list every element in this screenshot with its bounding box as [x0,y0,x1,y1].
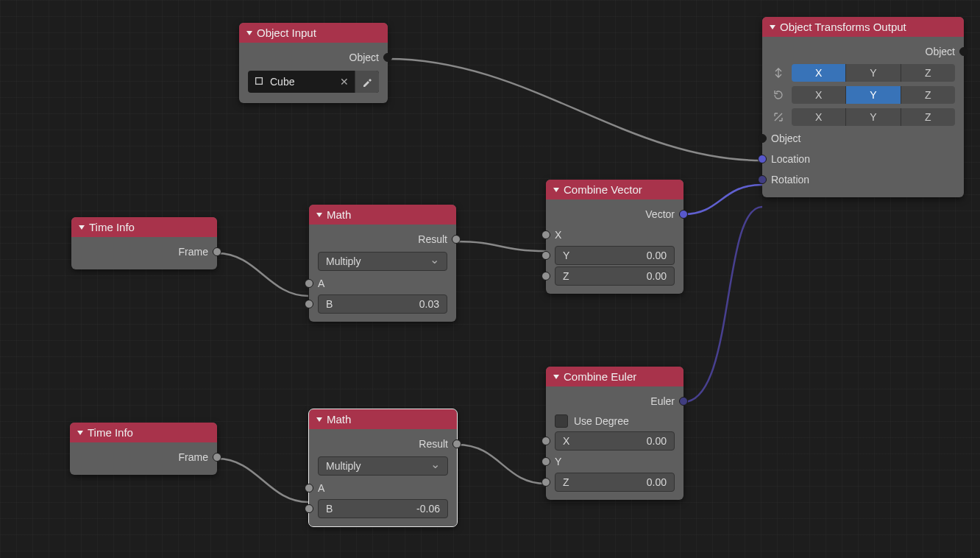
collapse-icon[interactable] [770,25,775,29]
location-axes: X Y Z [762,62,964,84]
scale-icon [771,110,786,124]
loc-z-button[interactable]: Z [901,64,955,82]
input-z-field[interactable]: Z 0.00 [555,266,675,286]
svg-rect-0 [256,77,263,84]
socket-frame-out[interactable] [213,453,221,462]
node-combine-euler[interactable]: Combine Euler Euler Use Degree X 0.00 Y … [546,367,683,500]
rotation-icon [771,88,786,102]
loc-x-button[interactable]: X [792,64,846,82]
node-time-info-2[interactable]: Time Info Frame [70,423,217,475]
output-vector[interactable]: Vector [546,204,683,225]
socket-location-in[interactable] [758,155,767,163]
socket-z-in[interactable] [542,478,550,487]
socket-a-in[interactable] [305,279,313,288]
socket-z-in[interactable] [542,272,550,280]
socket-object-in[interactable] [758,134,767,143]
clear-icon[interactable]: ✕ [334,76,355,88]
node-header[interactable]: Time Info [71,217,217,237]
input-b-field[interactable]: B 0.03 [318,294,447,314]
node-title: Object Transforms Output [780,21,906,33]
node-title: Combine Vector [564,183,642,196]
socket-x-in[interactable] [542,230,550,239]
rot-x-button[interactable]: X [792,86,846,104]
rotation-axes: X Y Z [762,84,964,106]
input-rotation[interactable]: Rotation [762,169,964,190]
rot-z-button[interactable]: Z [901,86,955,104]
node-title: Math [327,208,351,221]
operation-dropdown[interactable]: Multiply [318,252,447,271]
socket-object-out[interactable] [959,47,968,56]
node-header[interactable]: Time Info [70,423,217,442]
output-object[interactable]: Object [239,47,388,68]
node-combine-vector[interactable]: Combine Vector Vector X Y 0.00 Z 0.00 [546,180,683,294]
socket-result-out[interactable] [452,235,461,244]
socket-a-in[interactable] [305,484,313,492]
location-icon [771,66,786,80]
collapse-icon[interactable] [316,213,322,217]
scl-y-button[interactable]: Y [846,108,901,126]
node-title: Combine Euler [564,370,636,383]
input-y[interactable]: Y [546,451,683,472]
scl-z-button[interactable]: Z [901,108,955,126]
input-a[interactable]: A [309,273,456,294]
node-math-1[interactable]: Math Result Multiply A B 0.03 [309,205,456,322]
input-location[interactable]: Location [762,149,964,169]
scale-axes: X Y Z [762,106,964,128]
input-z-field[interactable]: Z 0.00 [555,473,675,492]
eyedropper-icon[interactable] [355,71,379,93]
collapse-icon[interactable] [553,188,559,192]
node-header[interactable]: Math [309,205,456,225]
operation-dropdown[interactable]: Multiply [318,456,448,476]
socket-x-in[interactable] [542,437,550,445]
collapse-icon[interactable] [79,225,85,230]
node-title: Time Info [88,426,133,439]
input-b-field[interactable]: B -0.06 [318,499,448,518]
node-title: Time Info [89,221,135,233]
node-header[interactable]: Combine Vector [546,180,683,199]
socket-object-out[interactable] [383,53,392,62]
socket-result-out[interactable] [452,439,461,448]
collapse-icon[interactable] [553,375,559,379]
use-degree-checkbox[interactable]: Use Degree [546,412,683,431]
collapse-icon[interactable] [316,417,322,422]
node-title: Object Input [257,27,316,39]
output-object[interactable]: Object [762,41,964,62]
socket-rotation-in[interactable] [758,175,767,184]
output-result[interactable]: Result [309,229,456,250]
mesh-icon [248,76,270,88]
socket-frame-out[interactable] [213,247,221,256]
collapse-icon[interactable] [246,31,252,35]
socket-b-in[interactable] [305,300,313,308]
node-object-input[interactable]: Object Input Object Cube ✕ [239,23,388,103]
node-header[interactable]: Combine Euler [546,367,683,386]
rot-y-button[interactable]: Y [846,86,901,104]
loc-y-button[interactable]: Y [846,64,901,82]
input-y-field[interactable]: Y 0.00 [555,246,675,265]
collapse-icon[interactable] [77,431,83,435]
socket-b-in[interactable] [305,504,313,513]
socket-euler-out[interactable] [679,397,688,406]
socket-y-in[interactable] [542,457,550,466]
input-a[interactable]: A [309,478,457,498]
object-selector[interactable]: Cube ✕ [248,71,379,93]
input-x-field[interactable]: X 0.00 [555,431,675,451]
node-header[interactable]: Object Input [239,23,388,43]
output-frame[interactable]: Frame [70,447,217,467]
output-result[interactable]: Result [309,434,457,454]
node-header[interactable]: Object Transforms Output [762,17,964,37]
node-header[interactable]: Math [309,409,457,429]
socket-y-in[interactable] [542,251,550,260]
input-x[interactable]: X [546,225,683,245]
node-object-transforms-output[interactable]: Object Transforms Output Object X Y Z X … [762,17,964,197]
node-math-2[interactable]: Math Result Multiply A B -0.06 [309,409,457,526]
scl-x-button[interactable]: X [792,108,846,126]
socket-vector-out[interactable] [679,210,688,219]
node-time-info-1[interactable]: Time Info Frame [71,217,217,269]
output-euler[interactable]: Euler [546,391,683,412]
output-frame[interactable]: Frame [71,241,217,262]
node-title: Math [327,413,351,425]
input-object[interactable]: Object [762,128,964,149]
checkbox-icon[interactable] [555,414,568,428]
